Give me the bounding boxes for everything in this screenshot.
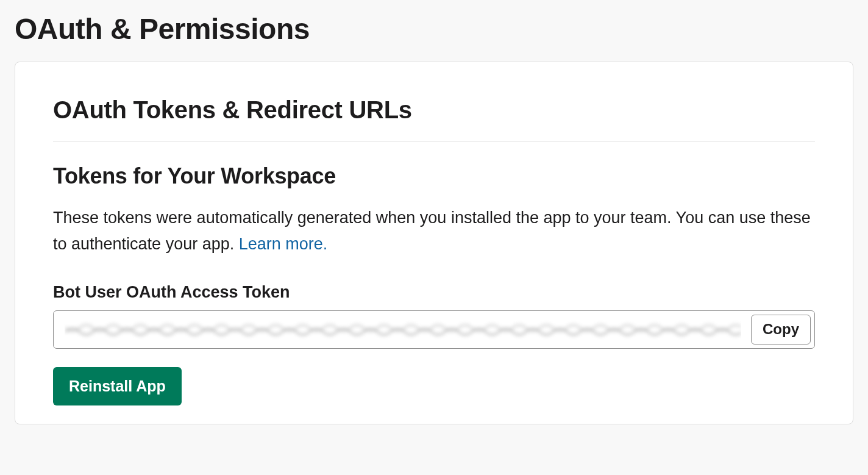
oauth-tokens-card: OAuth Tokens & Redirect URLs Tokens for … (15, 62, 853, 424)
page-title: OAuth & Permissions (15, 12, 853, 46)
tokens-description-text: These tokens were automatically generate… (53, 209, 811, 253)
redacted-overlay (65, 320, 741, 340)
bot-token-field: Copy (53, 310, 815, 348)
bot-token-label: Bot User OAuth Access Token (53, 283, 815, 302)
section-title: OAuth Tokens & Redirect URLs (53, 96, 815, 141)
tokens-description: These tokens were automatically generate… (53, 205, 815, 257)
tokens-subtitle: Tokens for Your Workspace (53, 163, 815, 189)
learn-more-link[interactable]: Learn more. (239, 235, 328, 253)
bot-token-value-redacted (65, 320, 741, 340)
copy-token-button[interactable]: Copy (751, 315, 811, 344)
reinstall-app-button[interactable]: Reinstall App (53, 367, 182, 406)
